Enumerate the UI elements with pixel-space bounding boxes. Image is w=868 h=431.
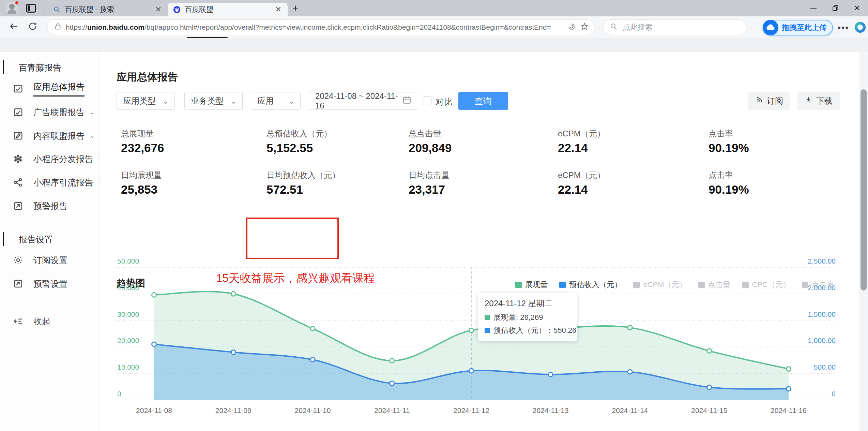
sidebar-item-label: 预警设置 [33, 278, 67, 289]
svg-text:0: 0 [117, 390, 121, 398]
page-background-band [0, 38, 868, 52]
content-report-icon [13, 131, 23, 141]
stat-value: 90.19% [709, 141, 749, 155]
tab-title: 百度联盟 - 搜索 [65, 5, 154, 14]
sidebar-collapse[interactable]: 收起 [0, 314, 100, 329]
sidebar-settings-item-2[interactable]: 预警设置 [0, 276, 100, 291]
chevron-down-icon: ⌄ [230, 96, 237, 106]
restore-button[interactable] [824, 0, 846, 16]
sidebar-item-2[interactable]: 广告联盟报告⌄ [0, 105, 100, 120]
browser-menu-icon[interactable]: ••• [838, 23, 849, 33]
sidebar-item-label: 应用总体报告 [33, 81, 85, 96]
svg-text:40,000: 40,000 [117, 284, 139, 292]
svg-text:2024-11-16: 2024-11-16 [771, 406, 807, 414]
stat-label: 点击率 [709, 170, 733, 181]
tab-search-icon[interactable] [26, 4, 36, 13]
divider [0, 306, 100, 306]
sidebar-item-5[interactable]: 小程序引流报告⌄ [0, 175, 100, 190]
stat-label: eCPM（元） [558, 128, 605, 139]
tooltip-row: 展现量: 26,269 [485, 312, 570, 323]
browser-window: 百度联盟 - 搜索 ✕ 百度联盟 ✕ + ✕ [0, 0, 868, 431]
tab-strip: 百度联盟 - 搜索 ✕ 百度联盟 ✕ + ✕ [0, 0, 868, 16]
compare-label: 对比 [436, 96, 453, 107]
svg-text:2024-11-12: 2024-11-12 [453, 406, 489, 414]
stat-value: 25,853 [121, 183, 157, 196]
drag-upload-button[interactable]: 拖拽至此上传 [763, 20, 833, 35]
stat-value: 232,676 [121, 141, 164, 155]
stat-value: 90.19% [709, 183, 749, 196]
report-chart-icon [13, 107, 23, 117]
window-controls: ✕ [803, 0, 868, 16]
sidebar-item-3[interactable]: 内容联盟报告⌄ [0, 128, 100, 143]
sidebar-item-1[interactable]: 应用总体报告 [0, 81, 100, 96]
refresh-icon[interactable] [28, 21, 37, 33]
avatar-icon [9, 4, 15, 9]
download-button[interactable]: 下载 [797, 92, 840, 110]
divider [44, 4, 44, 13]
mini-program-distribute-icon [13, 154, 23, 164]
sidebar-item-4[interactable]: 小程序分发报告⌄ [0, 151, 100, 166]
close-icon[interactable]: ✕ [274, 5, 283, 14]
stat-value: 22.14 [558, 141, 588, 155]
app-select[interactable]: 应用⌄ [251, 92, 301, 110]
back-icon[interactable] [9, 21, 19, 34]
stat-label: eCPM（元） [558, 170, 605, 181]
compare-checkbox[interactable] [423, 96, 431, 105]
main-content: 应用总体报告 应用类型⌄ 业务类型⌄ 应用⌄ 2024-11-08 ~ 2024… [100, 52, 859, 431]
calendar-icon [402, 95, 411, 106]
close-icon[interactable]: ✕ [154, 5, 163, 14]
page: 百青藤报告 应用总体报告广告联盟报告⌄内容联盟报告⌄小程序分发报告⌄小程序引流报… [0, 52, 868, 431]
sidebar-item-label: 小程序分发报告 [33, 153, 93, 165]
stat-value: 22.14 [558, 183, 588, 196]
stat-label: 日均点击量 [409, 170, 450, 181]
report-chart-icon [13, 84, 23, 94]
gear-icon [13, 255, 23, 265]
svg-text:2024-11-15: 2024-11-15 [691, 406, 727, 414]
copilot-icon[interactable] [855, 22, 866, 33]
date-range-picker[interactable]: 2024-11-08 ~ 2024-11-16 [309, 92, 417, 110]
chevron-down-icon: ⌄ [162, 96, 169, 106]
query-button[interactable]: 查询 [458, 92, 508, 110]
favorite-star-icon[interactable] [580, 23, 589, 32]
stat-label: 总点击量 [409, 128, 441, 139]
address-bar[interactable]: https://union.baidu.com/bqt/appco.html#/… [47, 19, 594, 35]
browser-tab-1[interactable]: 百度联盟 - 搜索 ✕ [48, 3, 168, 16]
browser-tab-2[interactable]: 百度联盟 ✕ [168, 3, 288, 16]
svg-text:1,500.00: 1,500.00 [808, 310, 836, 318]
tab-title: 百度联盟 [185, 5, 274, 14]
stat-label: 日均预估收入（元） [267, 170, 340, 181]
share-icon [13, 177, 23, 188]
page-action-swirl-icon[interactable] [567, 23, 576, 32]
app-type-select[interactable]: 应用类型⌄ [117, 92, 175, 110]
sidebar-item-label: 广告联盟报告 [33, 107, 85, 118]
sidebar-item-label: 小程序引流报告 [33, 177, 93, 188]
subscribe-button[interactable]: 订阅 [748, 92, 790, 110]
download-icon [805, 96, 813, 106]
svg-text:2024-11-08: 2024-11-08 [136, 406, 172, 414]
stat-label: 点击率 [709, 128, 733, 139]
new-tab-button[interactable]: + [292, 3, 299, 13]
url-text: https://union.baidu.com/bqt/appco.html#/… [66, 23, 563, 31]
chevron-down-icon: ⌄ [288, 96, 295, 106]
svg-text:30,000: 30,000 [117, 310, 139, 318]
close-window-button[interactable]: ✕ [846, 0, 868, 16]
svg-text:2024-11-10: 2024-11-10 [295, 406, 331, 414]
divider [117, 217, 840, 217]
collapse-label: 收起 [33, 316, 50, 327]
svg-text:1,000.00: 1,000.00 [808, 337, 836, 344]
stat-label: 日均展现量 [121, 170, 162, 181]
browser-search-input[interactable]: 点此搜索 [603, 19, 746, 35]
search-icon [53, 6, 61, 13]
biz-type-select[interactable]: 业务类型⌄ [184, 92, 243, 110]
profile-avatar[interactable] [5, 2, 18, 15]
sidebar-item-6[interactable]: 预警报告 [0, 198, 100, 213]
minimize-button[interactable] [803, 0, 824, 16]
notification-badge [15, 1, 19, 5]
stat-value: 209,849 [409, 141, 452, 155]
page-scrollbar[interactable] [859, 52, 868, 431]
scrollbar-thumb[interactable] [861, 89, 867, 291]
svg-text:0: 0 [832, 390, 836, 398]
baidu-paw-icon [173, 6, 181, 13]
lock-icon [54, 23, 62, 32]
sidebar-settings-item-1[interactable]: 订阅设置 [0, 253, 100, 268]
